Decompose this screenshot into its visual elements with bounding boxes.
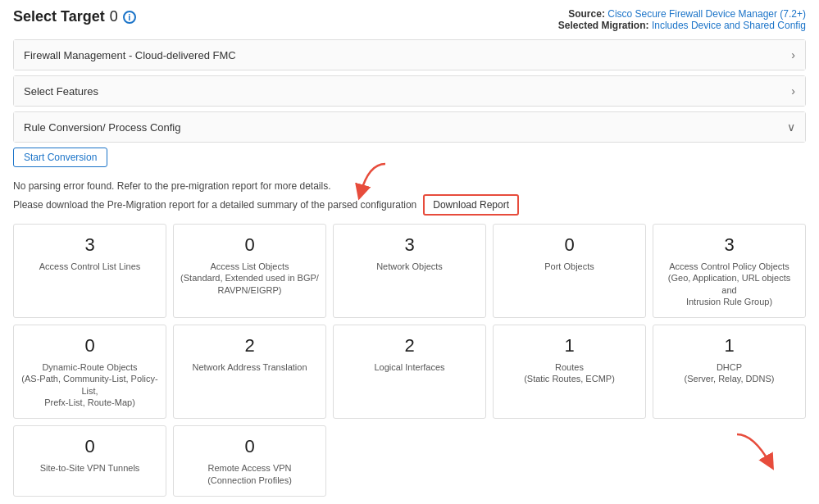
stats-number: 2 xyxy=(340,335,479,356)
info-line-1: No parsing error found. Refer to the pre… xyxy=(13,180,806,192)
migration-value[interactable]: Includes Device and Shared Config xyxy=(652,20,806,31)
migration-label: Selected Migration: xyxy=(558,20,649,31)
stats-label: Access Control Policy Objects (Geo, Appl… xyxy=(660,261,799,307)
stats-grid-1: 3Access Control List Lines0Access List O… xyxy=(13,224,806,318)
stats-number: 3 xyxy=(660,234,799,256)
header-row: Select Target 0 i Source: Cisco Secure F… xyxy=(13,8,806,31)
page-title: Select Target 0 xyxy=(13,8,118,25)
stats-label: DHCP (Server, Relay, DDNS) xyxy=(660,361,799,385)
download-row: Please download the Pre-Migration report… xyxy=(13,194,806,216)
accordion-section-2: Select Features › xyxy=(13,75,806,107)
source-label: Source: xyxy=(568,8,605,20)
chevron-down-icon-3: ∨ xyxy=(787,120,795,134)
main-container: Select Target 0 i Source: Cisco Secure F… xyxy=(0,0,819,504)
stats-card: 0Access List Objects (Standard, Extended… xyxy=(173,224,326,318)
stats-card: 0Dynamic-Route Objects (AS-Path, Communi… xyxy=(13,325,166,419)
stats-grid-2: 0Dynamic-Route Objects (AS-Path, Communi… xyxy=(13,325,806,419)
stats-number: 0 xyxy=(180,234,319,256)
stats-card: 1Routes (Static Routes, ECMP) xyxy=(493,325,646,419)
download-info-text: Please download the Pre-Migration report… xyxy=(13,199,416,211)
stats-grid-3: 0Site-to-Site VPN Tunnels0Remote Access … xyxy=(13,425,806,497)
accordion-title-3: Rule Conversion/ Process Config xyxy=(24,121,180,134)
accordion-section-3: Rule Conversion/ Process Config ∨ xyxy=(13,111,806,143)
accordion-header-1[interactable]: Firewall Management - Cloud-delivered FM… xyxy=(14,40,805,70)
stats-card: 0Remote Access VPN (Connection Profiles) xyxy=(173,425,326,497)
stats-label: Port Objects xyxy=(500,261,639,272)
title-text: Select Target xyxy=(13,8,105,25)
accordion-section-1: Firewall Management - Cloud-delivered FM… xyxy=(13,39,806,70)
source-value[interactable]: Cisco Secure Firewall Device Manager (7.… xyxy=(607,8,806,20)
info-icon[interactable]: i xyxy=(123,11,136,24)
stats-number: 1 xyxy=(500,335,639,356)
stats-number: 0 xyxy=(20,335,159,356)
chevron-right-icon-1: › xyxy=(791,48,795,61)
stats-number: 2 xyxy=(180,335,319,356)
start-conversion-button[interactable]: Start Conversion xyxy=(13,148,107,167)
header-meta: Source: Cisco Secure Firewall Device Man… xyxy=(558,8,806,31)
stats-label: Routes (Static Routes, ECMP) xyxy=(500,361,639,385)
stats-card: 1DHCP (Server, Relay, DDNS) xyxy=(653,325,806,419)
stats-card: 3Network Objects xyxy=(333,224,486,318)
accordion-header-3[interactable]: Rule Conversion/ Process Config ∨ xyxy=(14,112,805,142)
stats-label: Site-to-Site VPN Tunnels xyxy=(20,462,159,474)
accordion-header-2[interactable]: Select Features › xyxy=(14,76,805,106)
stats-label: Logical Interfaces xyxy=(340,361,479,373)
stats-number: 3 xyxy=(340,234,479,256)
stats-card: 3Access Control List Lines xyxy=(13,224,166,318)
stats-label: Dynamic-Route Objects (AS-Path, Communit… xyxy=(20,361,159,408)
stats-label: Remote Access VPN (Connection Profiles) xyxy=(180,462,319,486)
stats-number: 3 xyxy=(20,234,159,256)
stats-label: Network Address Translation xyxy=(180,361,319,373)
step-number: 0 xyxy=(110,8,118,25)
accordion-title-2: Select Features xyxy=(24,85,98,98)
stats-card: 2Network Address Translation xyxy=(173,325,326,419)
stats-card: 3Access Control Policy Objects (Geo, App… xyxy=(653,224,806,318)
stats-label: Access List Objects (Standard, Extended … xyxy=(180,261,319,296)
stats-number: 0 xyxy=(20,436,159,457)
stats-number: 0 xyxy=(500,234,639,256)
stats-label: Access Control List Lines xyxy=(20,261,159,272)
stats-card: 0Site-to-Site VPN Tunnels xyxy=(13,425,166,497)
chevron-right-icon-2: › xyxy=(791,84,795,98)
stats-card: 2Logical Interfaces xyxy=(333,325,486,419)
download-report-button[interactable]: Download Report xyxy=(423,194,519,216)
accordion-title-1: Firewall Management - Cloud-delivered FM… xyxy=(24,49,236,61)
stats-number: 0 xyxy=(180,436,319,457)
stats-label: Network Objects xyxy=(340,261,479,272)
stats-card: 0Port Objects xyxy=(493,224,646,318)
stats-number: 1 xyxy=(660,335,799,356)
